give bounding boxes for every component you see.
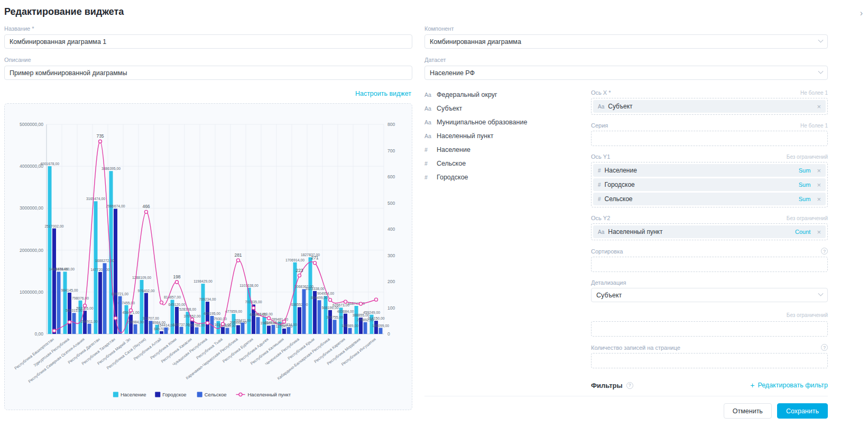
field-token-label: Население	[605, 167, 799, 174]
dataset-field-list: AaФедеральный округAaСубъектAaМуниципаль…	[424, 89, 581, 389]
field-type-icon: #	[598, 196, 601, 202]
field-type-icon: Aa	[598, 104, 604, 110]
aggregation-badge[interactable]: Sum	[799, 167, 811, 174]
help-icon[interactable]: ?	[821, 344, 828, 351]
aggregation-badge[interactable]: Sum	[799, 182, 811, 188]
svg-text:300: 300	[387, 253, 395, 258]
field-type-icon: Aa	[598, 229, 604, 235]
dataset-field-item[interactable]: #Население	[424, 146, 581, 153]
chevron-down-icon	[818, 69, 824, 74]
svg-text:279892,00: 279892,00	[357, 318, 374, 322]
field-type-icon: Aa	[424, 119, 432, 125]
field-token[interactable]: #ГородскоеSum×	[593, 178, 826, 191]
field-token-label: Городское	[605, 181, 799, 188]
axis-configuration: Ось X * Не более 1 AaСубъект× Серия Не б…	[591, 89, 828, 389]
series-dropzone[interactable]	[591, 131, 828, 146]
svg-text:735: 735	[96, 133, 104, 139]
left-column: Название * Описание Настроить виджет 0,0…	[4, 25, 412, 410]
detail-value: Субъект	[596, 292, 622, 299]
svg-text:1706914,00: 1706914,00	[285, 258, 304, 262]
svg-text:223: 223	[296, 268, 303, 273]
chevron-down-icon	[818, 38, 824, 43]
axis-x-header: Ось X * Не более 1	[591, 89, 828, 96]
detail-label: Детализация	[591, 279, 626, 286]
dataset-select[interactable]: Население РФ	[424, 66, 828, 80]
dataset-value: Население РФ	[430, 69, 475, 77]
sorting-dropzone[interactable]	[591, 257, 828, 272]
field-token-label: Субъект	[608, 103, 810, 110]
field-name: Населенный пункт	[437, 132, 494, 140]
help-icon[interactable]: ?	[821, 248, 828, 255]
configure-widget-link[interactable]: Настроить виджет	[355, 90, 411, 97]
axis-y2-dropzone[interactable]: AaНаселенный пунктCount×	[591, 223, 828, 240]
detail-select[interactable]: Субъект	[591, 288, 828, 302]
field-name: Население	[437, 146, 470, 153]
name-input[interactable]	[4, 34, 412, 49]
dataset-label: Датасет	[424, 57, 828, 63]
remove-icon[interactable]: ×	[817, 229, 821, 235]
axis-x-hint: Не более 1	[800, 90, 828, 96]
svg-text:228984,00: 228984,00	[127, 320, 144, 324]
field-name: Федеральный округ	[437, 91, 497, 98]
svg-text:769234,00: 769234,00	[199, 297, 216, 301]
field-token-label: Сельское	[605, 195, 799, 203]
field-token[interactable]: AaНаселенный пунктCount×	[593, 225, 826, 238]
axis-x-dropzone[interactable]: AaСубъект×	[591, 98, 828, 115]
component-label: Компонент	[424, 25, 828, 32]
save-button[interactable]: Сохранить	[777, 403, 828, 419]
filters-label: Фильтры	[591, 382, 623, 389]
remove-icon[interactable]: ×	[817, 103, 821, 110]
svg-text:281: 281	[234, 252, 242, 258]
dataset-field-item[interactable]: AaНаселенный пункт	[424, 132, 581, 140]
svg-text:1688272,00: 1688272,00	[95, 259, 114, 262]
svg-text:5000000,00: 5000000,00	[20, 122, 43, 127]
dataset-field-item[interactable]: AaМуниципальное образование	[424, 119, 581, 126]
field-token[interactable]: AaСубъект×	[593, 100, 826, 113]
collapse-panel-icon[interactable]: ›	[860, 8, 863, 18]
dataset-field-item[interactable]: AaФедеральный округ	[424, 91, 581, 98]
aggregation-badge[interactable]: Count	[795, 229, 810, 235]
remove-icon[interactable]: ×	[817, 182, 821, 188]
svg-text:3000000,00: 3000000,00	[20, 205, 43, 211]
chevron-down-icon	[818, 291, 824, 296]
component-select[interactable]: Комбинированная диаграмма	[424, 34, 828, 49]
svg-text:388855,00: 388855,00	[352, 313, 369, 317]
svg-text:804499,00: 804499,00	[311, 296, 328, 300]
svg-text:429195,00: 429195,00	[204, 312, 220, 315]
page-size-input[interactable]	[591, 353, 828, 368]
field-name: Городское	[437, 174, 468, 181]
filters-row: Фильтры ? + Редактировать фильтр	[591, 381, 828, 389]
field-type-icon: #	[424, 174, 432, 180]
detail-header: Детализация	[591, 279, 828, 286]
svg-text:100: 100	[387, 305, 395, 311]
field-token[interactable]: #НаселениеSum×	[593, 164, 826, 177]
axis-y2-header: Ось Y2 Без ограничений	[591, 215, 828, 221]
axis-y1-label: Ось Y1	[591, 153, 610, 160]
axis-y1-dropzone[interactable]: #НаселениеSum×#ГородскоеSum×#СельскоеSum…	[591, 162, 828, 207]
remove-icon[interactable]: ×	[817, 196, 821, 203]
dataset-field-item[interactable]: #Городское	[424, 174, 581, 181]
svg-text:Республика Коми: Республика Коми	[149, 337, 177, 360]
aggregation-badge[interactable]: Sum	[799, 196, 811, 202]
svg-text:200: 200	[387, 279, 395, 284]
svg-text:Сельское: Сельское	[205, 392, 227, 397]
cancel-button[interactable]: Отменить	[724, 403, 772, 419]
axis-y1-header: Ось Y1 Без ограничений	[591, 153, 828, 160]
help-icon[interactable]: ?	[626, 382, 633, 389]
svg-text:1198429,00: 1198429,00	[193, 279, 213, 283]
field-token[interactable]: #СельскоеSum×	[593, 193, 826, 205]
svg-text:400: 400	[387, 226, 395, 232]
remove-icon[interactable]: ×	[817, 167, 821, 174]
svg-text:169737,00: 169737,00	[173, 323, 190, 327]
svg-text:271: 271	[311, 255, 318, 260]
svg-text:2517002,00: 2517002,00	[45, 224, 64, 228]
svg-text:Городское: Городское	[162, 392, 186, 397]
svg-text:600: 600	[387, 174, 395, 179]
extra-dropzone[interactable]	[591, 321, 828, 337]
svg-text:1068362,00: 1068362,00	[294, 285, 313, 288]
edit-filter-link[interactable]: + Редактировать фильтр	[750, 381, 828, 389]
description-input[interactable]	[4, 66, 412, 80]
svg-text:2986674,00: 2986674,00	[106, 204, 125, 208]
dataset-field-item[interactable]: #Сельское	[424, 160, 581, 167]
dataset-field-item[interactable]: AaСубъект	[424, 105, 581, 112]
